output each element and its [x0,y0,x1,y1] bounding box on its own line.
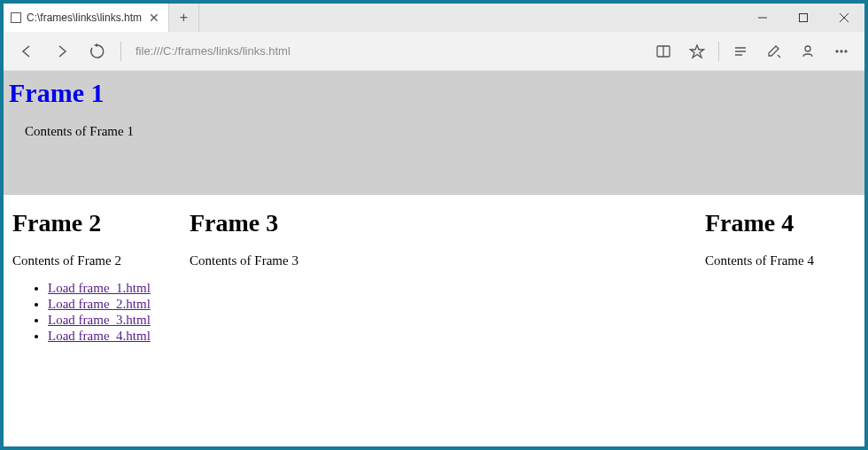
address-bar[interactable]: file:///C:/frames/links/links.html [128,39,644,64]
refresh-button[interactable] [81,35,113,67]
reading-view-button[interactable] [647,35,679,67]
list-item: Load frame_4.html [48,329,172,344]
webnote-button[interactable] [758,35,790,67]
frame-1-body: Contents of Frame 1 [9,124,857,139]
frame-3-heading: Frame 3 [190,209,687,237]
svg-rect-1 [800,14,808,22]
tab-title: C:\frames\links\links.htm [27,12,142,24]
frame-2: Frame 2 Contents of Frame 2 Load frame_1… [4,195,181,446]
page-icon [11,12,21,23]
frame-3: Frame 3 Contents of Frame 3 [181,195,696,446]
tabstrip-space [199,4,742,32]
favorites-button[interactable] [681,35,713,67]
hub-button[interactable] [725,35,756,67]
browser-window: C:\frames\links\links.htm ✕ + [0,0,868,450]
back-button[interactable] [11,35,43,67]
frame-2-body: Contents of Frame 2 [12,253,172,268]
svg-point-12 [841,50,842,51]
frame-1-heading: Frame 1 [9,78,857,108]
minimize-button[interactable] [742,4,783,32]
frame-link[interactable]: Load frame_3.html [48,313,151,327]
frame-1: Frame 1 Contents of Frame 1 [4,71,864,195]
list-item: Load frame_1.html [48,281,172,296]
toolbar-right [647,35,857,67]
frame-link[interactable]: Load frame_4.html [48,329,151,343]
toolbar-separator-2 [718,42,719,61]
frame-2-link-list: Load frame_1.html Load frame_2.html Load… [12,281,172,344]
close-window-button[interactable] [824,4,864,32]
new-tab-button[interactable]: + [169,4,199,32]
tab-close-button[interactable]: ✕ [147,12,161,24]
svg-line-9 [778,55,780,58]
address-text: file:///C:/frames/links/links.html [136,44,291,58]
maximize-button[interactable] [783,4,824,32]
frame-4-body: Contents of Frame 4 [705,253,856,268]
svg-point-13 [845,50,847,51]
toolbar-separator [120,42,121,61]
list-item: Load frame_3.html [48,313,172,328]
toolbar: file:///C:/frames/links/links.html [4,32,864,71]
frame-2-heading: Frame 2 [12,209,172,237]
frame-4-heading: Frame 4 [705,209,856,237]
forward-button[interactable] [46,35,78,67]
frame-3-body: Contents of Frame 3 [190,253,687,268]
browser-tab[interactable]: C:\frames\links\links.htm ✕ [4,4,169,32]
frame-link[interactable]: Load frame_2.html [48,297,151,311]
list-item: Load frame_2.html [48,297,172,312]
svg-point-10 [805,46,810,51]
frame-link[interactable]: Load frame_1.html [48,281,151,295]
frameset: Frame 1 Contents of Frame 1 Frame 2 Cont… [4,71,864,446]
window-controls [742,4,864,32]
share-button[interactable] [792,35,824,67]
svg-point-11 [836,50,838,51]
frame-4: Frame 4 Contents of Frame 4 [696,195,864,446]
titlebar: C:\frames\links\links.htm ✕ + [4,4,864,32]
more-button[interactable] [825,35,857,67]
